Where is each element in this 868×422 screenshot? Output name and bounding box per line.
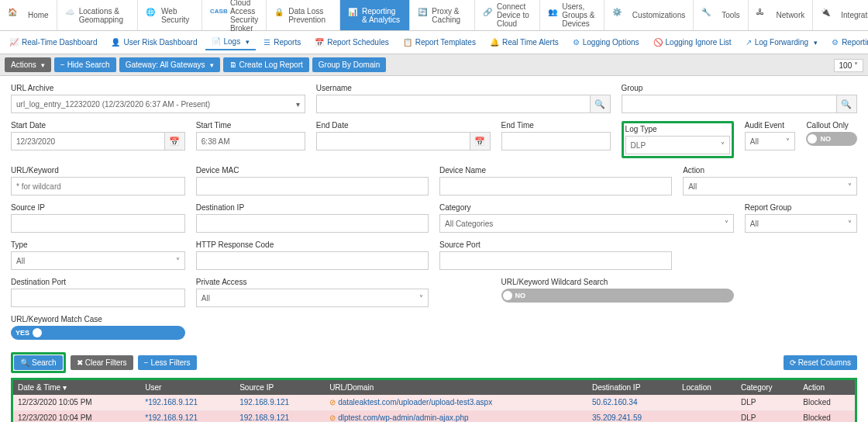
gateway-button[interactable]: Gateway: All Gateways [119,57,220,72]
th-url[interactable]: URL/Domain [325,380,587,395]
filters: URL Archive url_log_entry_12232020 (12/2… [0,76,868,348]
table-row[interactable]: 12/23/2020 10:04 PM *192.168.9.121 192.1… [13,410,855,423]
cell-sip[interactable]: 192.168.9.121 [235,395,325,410]
actions-button[interactable]: Actions [5,57,51,72]
th-cat[interactable]: Category [736,380,798,395]
cell-user[interactable]: *192.168.9.121 [140,395,235,410]
wildcard-search-toggle[interactable]: NO [501,289,734,303]
search-button[interactable]: 🔍Search [14,355,63,370]
table-row[interactable]: 12/23/2020 10:05 PM *192.168.9.121 192.1… [13,395,855,410]
report-group-select[interactable]: All˅ [745,214,857,233]
callout-only-toggle[interactable]: NO [806,132,857,146]
subnav-dashboard[interactable]: 📈Real-Time Dashboard [3,35,103,50]
cell-dip[interactable]: 35.209.241.59 [587,410,677,423]
destination-ip-input[interactable] [196,214,429,233]
calendar-icon: 📅 [315,38,324,47]
field-type: Type All˅ [11,240,185,270]
field-destination-ip: Destination IP [196,203,429,233]
cell-act: Blocked [798,395,855,410]
casb-icon: CASB [210,8,226,23]
url-archive-select[interactable]: url_log_entry_12232020 (12/23/2020 6:37 … [11,95,305,113]
chevron-down-icon: ˅ [725,220,728,228]
nav-dlp[interactable]: 🔒Data Loss Prevention [267,0,340,30]
source-port-input[interactable] [439,251,672,270]
subnav-risk[interactable]: 👤User Risk Dashboard [105,35,203,50]
subnav-templates[interactable]: 📋Report Templates [397,35,482,50]
search-icon[interactable]: 🔍 [591,95,611,113]
cell-sip[interactable]: 192.168.9.121 [235,410,325,423]
group-input[interactable] [622,95,837,113]
action-select[interactable]: All˅ [683,177,857,195]
nav-home[interactable]: 🏠Home [0,0,57,30]
nav-reporting[interactable]: 📊Reporting & Analytics [340,0,410,30]
template-icon: 📋 [403,38,412,47]
nav-custom[interactable]: ⚙️Customizations [604,0,694,30]
page-size[interactable]: 100 ˅ [834,59,863,72]
subnav-alerts[interactable]: 🔔Real Time Alerts [484,35,565,50]
source-ip-input[interactable] [11,214,185,233]
less-filters-button[interactable]: −Less Filters [138,355,197,370]
lock-icon: 🔒 [274,8,284,23]
dest-port-input[interactable] [11,289,185,307]
url-archive-label: URL Archive [11,84,305,92]
th-loc[interactable]: Location [677,380,736,395]
th-act[interactable]: Action [798,380,855,395]
nav-users[interactable]: 👥Users, Groups & Devices [540,0,604,30]
th-user[interactable]: User [140,380,235,395]
device-mac-input[interactable] [196,177,429,195]
field-username: Username 🔍 [316,84,611,113]
group-by-button[interactable]: Group By Domain [312,57,386,72]
start-date-input[interactable] [11,132,165,150]
cell-url[interactable]: ⊘dlptest.com/wp-admin/admin-ajax.php [325,410,587,423]
search-icon[interactable]: 🔍 [837,95,857,113]
subnav-log-options[interactable]: ⚙Logging Options [567,35,646,50]
chevron-down-icon: ˅ [721,141,725,150]
nav-connect[interactable]: 🔗Connect Device to Cloud [475,0,540,30]
type-select[interactable]: All˅ [11,251,185,270]
field-start-date: Start Date 📅 [11,121,185,158]
http-code-input[interactable] [196,251,429,270]
clear-filters-button[interactable]: ✖Clear Filters [71,355,133,370]
username-input[interactable] [316,95,591,113]
nav-web-security[interactable]: 🌐Web Security [138,0,202,30]
cell-dip[interactable]: 50.62.160.34 [587,395,677,410]
audit-event-select[interactable]: All˅ [745,132,796,150]
hide-search-button[interactable]: −Hide Search [54,57,116,72]
log-type-label: Log Type [625,125,730,133]
th-dip[interactable]: Destination IP [587,380,677,395]
nav-integrations[interactable]: 🔌Integrations [813,0,868,30]
subnav-schedules[interactable]: 📅Report Schedules [308,35,395,50]
nav-casb[interactable]: CASBCloud Access Security Broker [202,0,267,30]
subnav-reports[interactable]: ☰Reports [257,35,307,50]
nav-proxy[interactable]: 🔄Proxy & Caching [410,0,475,30]
cloud-icon: ☁️ [65,8,74,23]
private-access-select[interactable]: All˅ [196,289,429,307]
field-start-time: Start Time [196,121,305,158]
cell-user[interactable]: *192.168.9.121 [140,410,235,423]
subnav-reporting-settings[interactable]: ⚙Reporting Settings [825,35,868,50]
cell-url[interactable]: ⊘dataleaktest.com/uploader/upload-test3.… [325,395,587,410]
nav-network[interactable]: 🖧Network [749,0,814,30]
match-case-toggle[interactable]: YES [11,326,185,340]
create-report-button[interactable]: 🗎Create Log Report [223,57,309,72]
subnav-logs[interactable]: 📄Logs [205,34,257,50]
start-date-label: Start Date [11,121,185,130]
calendar-icon[interactable]: 📅 [165,132,185,150]
end-time-input[interactable] [501,132,611,150]
chevron-down-icon: ˅ [176,257,180,265]
th-sip[interactable]: Source IP [235,380,325,395]
url-keyword-input[interactable] [11,177,185,195]
chevron-down-icon: ▾ [296,100,300,109]
nav-tools[interactable]: 🔧Tools [694,0,748,30]
log-type-select[interactable]: DLP˅ [625,136,730,154]
th-date[interactable]: Date & Time [13,380,140,395]
calendar-icon[interactable]: 📅 [470,132,491,150]
start-time-input[interactable] [196,132,305,150]
device-name-input[interactable] [439,177,672,195]
category-select[interactable]: All Categories˅ [439,214,734,233]
subnav-forwarding[interactable]: ↗Log Forwarding [739,35,824,50]
end-date-input[interactable] [316,132,470,150]
subnav-ignore[interactable]: 🚫Logging Ignore List [647,35,738,50]
reset-columns-button[interactable]: ⟳Reset Columns [784,355,857,370]
nav-locations[interactable]: ☁️Locations & Geomapping [57,0,138,30]
